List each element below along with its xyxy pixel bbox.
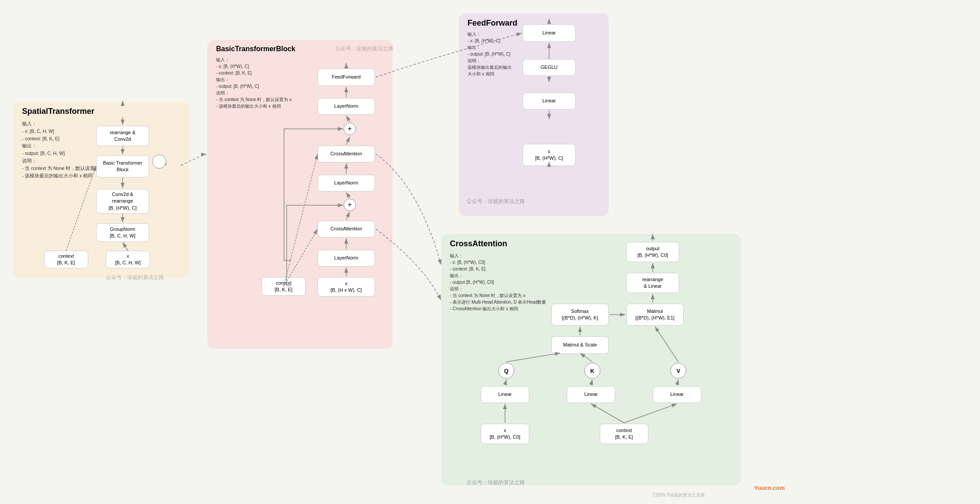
basic-transformer-block-box: Basic TransformerBlock (96, 155, 149, 177)
ca-title: CrossAttention (450, 239, 507, 248)
layernorm3-box: LayerNorm (318, 250, 375, 267)
csdn-watermark: CSDN ©珍妮的算法之选择 (653, 492, 705, 498)
plus1-circle: + (344, 123, 356, 135)
main-canvas: 公众号：珍妮的算法之路 公众号：珍妮的算法之路 SpatialTransform… (0, 0, 980, 504)
btb-desc: 输入： - x: [B, (H*W), C] - context: [B, K,… (216, 56, 292, 109)
rearrange-linear-box: rearrange& Linear (626, 273, 679, 293)
linear-mid-box: Linear (523, 93, 576, 109)
loop-circle (152, 154, 166, 169)
v-circle: V (670, 363, 686, 379)
matmul-scale-box: Matmul & Scale (551, 336, 609, 354)
groupnorm-box: GroupNorm[B, C, H, W] (96, 223, 149, 242)
crossattn1-box: CrossAttention (318, 146, 375, 162)
spatial-desc: 输入： - x: [B, C, H, W] - context: [B, K, … (22, 120, 103, 179)
basic-transformer-block-section: BasicTransformerBlock 输入： - x: [B, (H*W)… (207, 40, 393, 349)
output-ca-box: output[B, (H*W), C0] (626, 242, 679, 262)
conv2d-rearrange-box: Conv2d &rearrange[B, (H*W), C] (96, 189, 149, 214)
linear-q-box: Linear (481, 386, 529, 403)
yuucn-watermark: Yuucn.com (754, 485, 785, 491)
x-ca-box: x[B, (H*W), C0] (481, 424, 529, 444)
context-spatial-box: context[B, K, E] (44, 251, 88, 268)
btb-title: BasicTransformerBlock (216, 45, 295, 53)
watermark-ff: 公众号：珍妮的算法之路 (467, 198, 525, 205)
context-ca-box: context[B, K, E] (600, 424, 648, 444)
context-btb-box: context[B, K, E] (262, 277, 306, 296)
feedforward-section: FeedForward 输入： - x: [B, (H*W), C] 输出： -… (459, 13, 609, 216)
x-spatial-box: x[B, C, H, W] (106, 251, 150, 268)
linear-v-box: Linear (653, 386, 701, 403)
watermark-ca: 公众号：珍妮的算法之路 (467, 479, 525, 486)
rearrange-conv2d-box: rearrange &Conv2d (96, 126, 149, 146)
crossattn2-box: CrossAttention (318, 221, 375, 237)
x-btb-box: x[B, (H x W), C] (318, 277, 375, 297)
ca-desc: 输入： - x: [B, (H*W), C0] - context: [B, K… (450, 252, 546, 312)
layernorm2-box: LayerNorm (318, 175, 375, 192)
linear-k-box: Linear (567, 386, 615, 403)
matmul-right-box: Matmul[(B*D), (H*W), E1] (626, 304, 684, 326)
k-circle: K (584, 363, 600, 379)
cross-attention-section: CrossAttention 输入： - x: [B, (H*W), C0] -… (441, 234, 741, 485)
ff-desc: 输入： - x: [B, (H*W), C] 输出： - output: [B,… (468, 31, 512, 77)
ff-title: FeedForward (468, 19, 517, 28)
layernorm1-box: LayerNorm (318, 98, 375, 115)
x-ff-box: x[B, (H*W), C] (523, 144, 576, 166)
feedforward-btb-box: FeedForward (318, 68, 375, 86)
linear-top-box: Linear (523, 24, 576, 42)
q-circle: Q (498, 363, 514, 379)
spatial-title: SpatialTransformer (22, 107, 94, 116)
softmax-box: Softmax[(B*D), (H*W), K] (551, 304, 609, 326)
plus2-circle: + (344, 199, 356, 211)
geglu-box: GEGLU (523, 59, 576, 76)
